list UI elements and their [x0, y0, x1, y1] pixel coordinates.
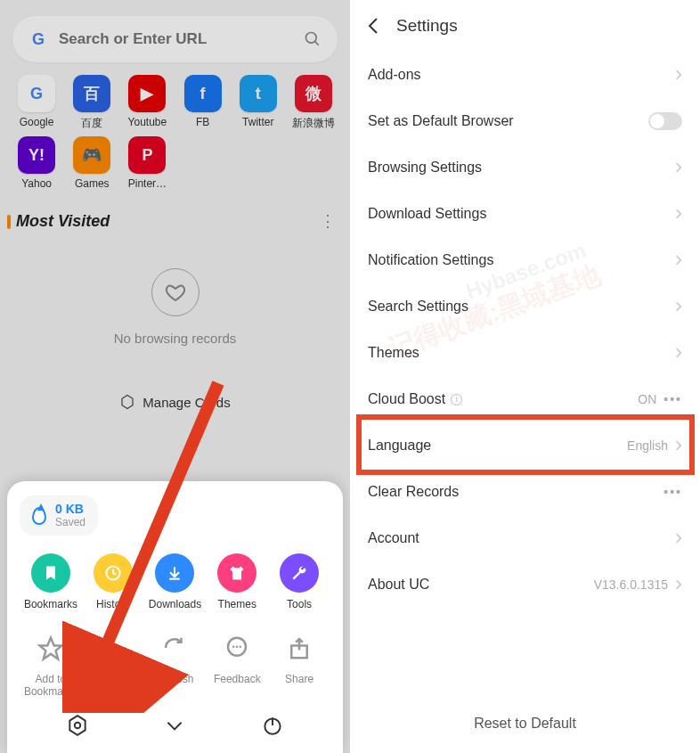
settings-list: Add-ons Set as Default Browser Browsing …: [350, 52, 700, 694]
tool-clock[interactable]: History: [82, 553, 144, 610]
svg-marker-13: [69, 716, 85, 735]
settings-row-download-settings[interactable]: Download Settings: [350, 191, 700, 237]
svg-point-8: [232, 646, 235, 649]
tool-share[interactable]: Share: [268, 628, 330, 698]
data-saved-badge[interactable]: 0 KB Saved: [20, 495, 98, 536]
chevron-right-icon: [675, 439, 682, 452]
settings-row-clear-records[interactable]: Clear Records •••: [350, 469, 700, 515]
site-label: Google: [9, 116, 64, 128]
speed-dial-item[interactable]: Y! Yahoo: [9, 136, 64, 190]
manage-cards-button[interactable]: Manage Cards: [0, 381, 350, 422]
browser-home: G G Google百 百度▶ Youtubef FBt Twitter微 新浪…: [0, 0, 350, 753]
page-title: Settings: [396, 16, 458, 36]
site-icon: 微: [295, 75, 332, 112]
row-label: Download Settings: [368, 206, 486, 222]
site-icon: P: [128, 136, 166, 174]
shirt-icon: [217, 553, 256, 593]
row-label: Add-ons: [368, 67, 421, 83]
chevron-right-icon: [675, 254, 682, 266]
settings-icon[interactable]: [66, 714, 89, 737]
speed-dial-grid: G Google百 百度▶ Youtubef FBt Twitter微 新浪微博…: [0, 75, 350, 190]
site-label: 百度: [64, 116, 119, 131]
chevron-right-icon: [675, 161, 682, 174]
chevron-right-icon: [675, 208, 682, 220]
clock-icon: [94, 553, 133, 593]
site-label: Youtube: [119, 116, 175, 128]
row-label: Account: [368, 530, 419, 546]
tool-refresh[interactable]: Refresh: [144, 628, 207, 698]
row-label: Notification Settings: [368, 252, 493, 268]
settings-row-themes[interactable]: Themes: [350, 330, 700, 376]
site-icon: f: [184, 75, 222, 112]
bookmark-icon: [31, 553, 70, 593]
svg-marker-6: [39, 638, 61, 659]
svg-point-10: [240, 646, 242, 649]
back-icon[interactable]: [368, 17, 378, 35]
settings-row-notification-settings[interactable]: Notification Settings: [350, 237, 700, 283]
collapse-icon[interactable]: [163, 714, 186, 737]
svg-point-9: [236, 646, 239, 649]
svg-point-0: [306, 33, 317, 44]
chat-icon: [217, 628, 256, 667]
refresh-icon: [155, 628, 194, 667]
settings-row-add-ons[interactable]: Add-ons: [350, 52, 700, 98]
settings-row-search-settings[interactable]: Search Settings: [350, 283, 700, 330]
settings-row-about-uc[interactable]: About UC V13.6.0.1315: [350, 561, 700, 608]
site-icon: t: [240, 75, 277, 112]
more-icon[interactable]: •••: [663, 392, 682, 406]
settings-row-set-as-default-browser[interactable]: Set as Default Browser: [350, 98, 700, 144]
settings-row-language[interactable]: Language English: [350, 422, 700, 469]
speed-dial-item[interactable]: 百 百度: [64, 75, 119, 131]
speed-dial-item[interactable]: 🎮 Games: [64, 136, 119, 190]
search-bar[interactable]: G: [12, 16, 338, 62]
tool-star[interactable]: Add to Bookmarks: [20, 628, 82, 698]
moon-icon: [94, 628, 133, 667]
star-icon: [31, 628, 70, 667]
most-visited-header: Most Visited ⋮: [0, 190, 350, 241]
speed-dial-item[interactable]: 微 新浪微博: [286, 75, 341, 131]
site-icon: G: [18, 75, 55, 112]
site-icon: 🎮: [73, 136, 110, 174]
svg-line-1: [315, 42, 319, 45]
chevron-right-icon: [675, 578, 682, 591]
tool-chat[interactable]: Feedback: [206, 628, 268, 698]
tool-moon[interactable]: Night: [82, 628, 144, 698]
gear-icon: [119, 394, 135, 410]
toggle[interactable]: [648, 112, 682, 130]
settings-row-cloud-boost[interactable]: Cloud Boost iON•••: [350, 376, 700, 422]
more-icon[interactable]: ⋮: [320, 211, 334, 231]
row-label: Themes: [368, 345, 419, 361]
row-label: Cloud Boost i: [368, 391, 462, 407]
search-icon[interactable]: [304, 30, 322, 48]
speed-dial-item[interactable]: ▶ Youtube: [119, 75, 175, 131]
most-visited-title: Most Visited: [16, 212, 110, 231]
speed-dial-item[interactable]: G Google: [9, 75, 64, 131]
droplet-icon: [32, 507, 46, 525]
speed-dial-item[interactable]: f FB: [175, 75, 231, 131]
google-icon: G: [28, 29, 48, 49]
chevron-right-icon: [675, 532, 682, 544]
site-icon: Y!: [18, 136, 55, 174]
no-records-text: No browsing records: [0, 331, 350, 346]
site-label: Games: [64, 177, 119, 190]
tool-bookmark[interactable]: Bookmarks: [20, 553, 82, 610]
chevron-right-icon: [675, 69, 682, 81]
settings-row-browsing-settings[interactable]: Browsing Settings: [350, 144, 700, 191]
power-icon[interactable]: [261, 714, 284, 737]
site-label: Yahoo: [9, 177, 64, 190]
speed-dial-item[interactable]: P Pinter…: [119, 136, 175, 190]
settings-header: Settings: [350, 0, 700, 52]
tool-shirt[interactable]: Themes: [206, 553, 268, 610]
row-label: Browsing Settings: [368, 160, 482, 176]
reset-to-default[interactable]: Reset to Default: [350, 694, 700, 753]
svg-point-14: [75, 723, 81, 729]
row-label: About UC: [368, 577, 429, 593]
settings-row-account[interactable]: Account: [350, 515, 700, 561]
chevron-right-icon: [675, 300, 682, 313]
more-icon[interactable]: •••: [663, 485, 682, 499]
tool-download[interactable]: Downloads: [144, 553, 207, 610]
speed-dial-item[interactable]: t Twitter: [231, 75, 286, 131]
search-input[interactable]: [59, 30, 304, 48]
tool-wrench[interactable]: Tools: [268, 553, 330, 610]
heart-icon: [151, 268, 199, 316]
